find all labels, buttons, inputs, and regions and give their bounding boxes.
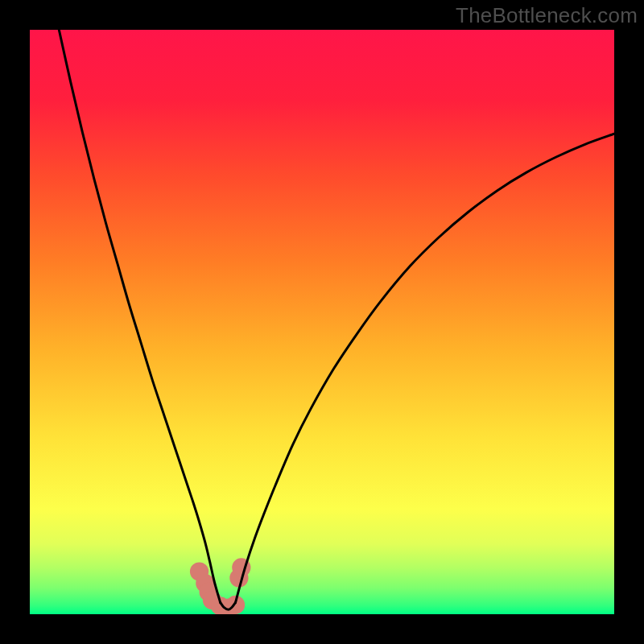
figure-frame: TheBottleneck.com [0, 0, 644, 644]
bottleneck-chart [30, 30, 614, 614]
gradient-background [30, 30, 614, 614]
watermark-text: TheBottleneck.com [456, 3, 638, 28]
